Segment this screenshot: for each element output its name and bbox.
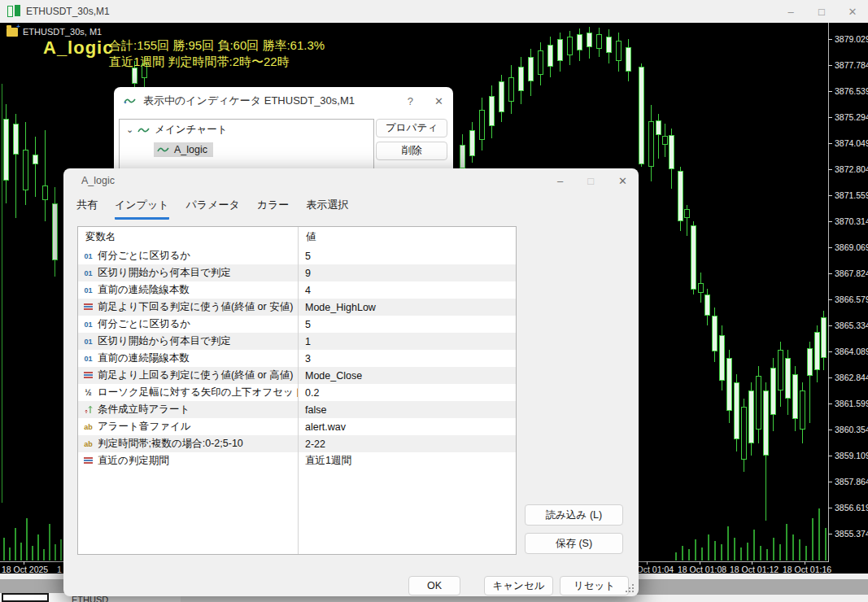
ok-button[interactable]: OK — [408, 576, 460, 595]
time-tick — [647, 561, 648, 565]
candle-body — [691, 225, 696, 290]
candle-body — [132, 68, 137, 84]
param-row[interactable]: 01区切り開始から何本目で判定9 — [78, 264, 516, 281]
param-row[interactable]: 前足より下回る判定に使う値(終値 or 安値)Mode_HighLow — [78, 299, 516, 316]
maximize-button: □ — [587, 175, 594, 187]
delete-button[interactable]: 削除 — [376, 142, 447, 160]
param-value[interactable]: 5 — [298, 251, 311, 262]
volume-bar — [682, 546, 683, 561]
candle-body — [814, 332, 820, 370]
param-row[interactable]: ½ローソク足幅に対する矢印の上下オフセット比率0.2 — [78, 384, 516, 401]
volume-bar — [37, 534, 39, 561]
price-axis-label: 3876.5390 — [835, 86, 868, 96]
param-value[interactable]: 1 — [298, 336, 311, 347]
param-value[interactable]: 0.2 — [298, 387, 319, 399]
param-value[interactable]: Mode_HighLow — [298, 302, 376, 313]
time-tick — [24, 561, 24, 565]
param-value[interactable]: 9 — [298, 268, 311, 279]
candle-body — [719, 335, 725, 381]
param-row[interactable]: 前足より上回る判定に使う値(終値 or 高値)Mode_Close — [78, 367, 516, 384]
candle-body — [596, 34, 602, 49]
param-value[interactable]: Mode_Close — [298, 370, 362, 382]
param-name-cell: 01何分ごとに区切るか — [78, 317, 298, 331]
tab-common[interactable]: 共有 — [76, 198, 98, 220]
maximize-button[interactable]: □ — [806, 0, 837, 23]
param-name: 直近の判定期間 — [98, 454, 169, 468]
param-value[interactable]: 4 — [298, 285, 311, 296]
param-value[interactable]: 5 — [298, 319, 311, 330]
save-button[interactable]: 保存 (S) — [525, 533, 623, 554]
candle-body — [785, 358, 791, 399]
main-window-titlebar: ETHUSDT_30s,M1 – □ ✕ — [0, 0, 868, 23]
candle-wick — [35, 137, 36, 197]
close-button[interactable]: ✕ — [837, 0, 868, 23]
param-name-cell: ½ローソク足幅に対する矢印の上下オフセット比率 — [78, 386, 298, 399]
price-axis-label: 3869.0690 — [835, 242, 868, 252]
volume-bar — [701, 547, 703, 561]
chart-wave-icon — [137, 125, 150, 135]
minimize-button[interactable]: – — [775, 0, 806, 23]
param-row[interactable]: 01直前の連続陽線本数3 — [78, 350, 516, 367]
time-axis-label: 18 Oct 01:08 — [678, 565, 726, 574]
tab-colors[interactable]: カラー — [257, 198, 290, 220]
chart-symbol-label: ETHUSDT_30s, M1 — [23, 27, 102, 37]
price-tick — [828, 351, 832, 352]
param-row[interactable]: 01何分ごとに区切るか5 — [78, 247, 516, 264]
indicator-dialog-titlebar: 表示中のインディケータ ETHUSDT_30s,M1 ? ✕ — [114, 87, 453, 115]
cancel-button[interactable]: キャンセル — [484, 576, 553, 595]
minimize-button[interactable]: – — [557, 175, 563, 187]
chevron-down-icon[interactable]: ⌄ — [126, 124, 133, 135]
candle-body — [479, 110, 485, 140]
price-axis-label: 3871.5590 — [835, 190, 868, 200]
reset-button[interactable]: リセット — [560, 576, 629, 595]
param-name-cell: 01直前の連続陽線本数 — [78, 351, 298, 365]
param-value[interactable]: 3 — [298, 353, 311, 364]
param-row[interactable]: 直近の判定期間直近1週間 — [78, 452, 516, 469]
price-tick — [828, 117, 832, 118]
tab-parameters[interactable]: パラメータ — [186, 198, 240, 220]
time-axis-label: 18 Oct 2025 — [2, 565, 48, 574]
param-row[interactable]: 01直前の連続陰線本数4 — [78, 281, 516, 299]
price-axis-label: 3857.8640 — [835, 477, 868, 486]
resize-grip-icon[interactable] — [626, 584, 634, 592]
param-value[interactable]: false — [298, 404, 326, 416]
param-value[interactable]: 直近1週間 — [298, 454, 351, 468]
param-type-enum-icon — [81, 457, 95, 465]
tab-inputs[interactable]: インプット — [115, 198, 169, 220]
param-row[interactable]: 01区切り開始から何本目で判定1 — [78, 333, 516, 350]
param-value[interactable]: 2-22 — [298, 438, 325, 450]
candle-body — [518, 67, 524, 91]
price-axis-line — [828, 23, 829, 561]
time-axis-label: 18 Oct 01:12 — [730, 565, 779, 574]
candle-body — [13, 124, 19, 155]
volume-bar — [60, 539, 62, 561]
tab-visualization[interactable]: 表示選択 — [306, 198, 348, 220]
price-tick — [828, 65, 832, 66]
param-value[interactable]: alert.wav — [298, 421, 346, 433]
param-row[interactable]: ab判定時間帯;複数の場合:0-2;5-102-22 — [78, 435, 516, 452]
param-name-cell: 01何分ごとに区切るか — [78, 249, 298, 263]
price-axis-label: 3861.5990 — [835, 399, 868, 408]
indicator-wave-icon — [157, 145, 170, 155]
price-axis-label: 3862.8440 — [835, 373, 868, 382]
close-dialog-button[interactable]: ✕ — [618, 175, 627, 187]
help-button[interactable]: ? — [408, 95, 413, 107]
param-name-cell: 条件成立時アラート — [78, 403, 298, 417]
load-button[interactable]: 読み込み (L) — [525, 504, 623, 526]
volume-bar — [766, 549, 768, 561]
volume-bar — [55, 544, 56, 561]
param-type-enum-icon — [81, 372, 95, 380]
volume-bar — [49, 524, 50, 561]
parameters-table[interactable]: 変数名 値 01何分ごとに区切るか501区切り開始から何本目で判定901直前の連… — [77, 226, 517, 555]
param-row[interactable]: 01何分ごとに区切るか5 — [78, 316, 516, 333]
candle-body — [33, 155, 38, 164]
param-row[interactable]: abアラート音ファイルalert.wav — [78, 418, 516, 435]
param-row[interactable]: 条件成立時アラートfalse — [78, 401, 516, 418]
properties-button[interactable]: プロパティ — [376, 119, 447, 137]
param-name-cell: 前足より下回る判定に使う値(終値 or 安値) — [78, 300, 298, 314]
candle-body — [741, 407, 747, 460]
tree-item-a-logic[interactable]: A_logic — [120, 140, 373, 159]
close-dialog-button[interactable]: ✕ — [434, 95, 443, 107]
tree-item-main-chart[interactable]: ⌄ メインチャート — [120, 120, 373, 140]
tree-item-label: メインチャート — [155, 123, 227, 137]
